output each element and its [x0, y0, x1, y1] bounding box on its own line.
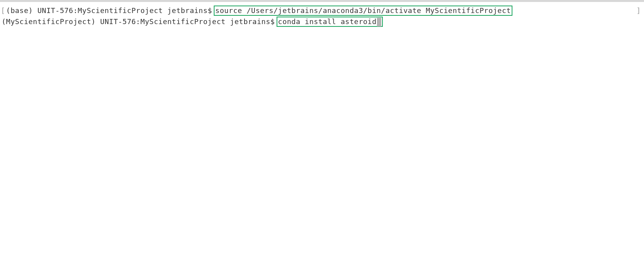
- shell-prompt: (base) UNIT-576:MyScientificProject jetb…: [6, 5, 212, 16]
- command-highlight-box: conda install asteroid: [277, 17, 383, 27]
- command-text: conda install asteroid: [278, 17, 377, 26]
- cursor-icon: [377, 18, 381, 26]
- terminal-line-2: (MyScientificProject) UNIT-576:MyScienti…: [0, 16, 644, 27]
- terminal-line-1: [ (base) UNIT-576:MyScientificProject je…: [0, 5, 644, 16]
- shell-prompt: (MyScientificProject) UNIT-576:MyScienti…: [2, 16, 275, 27]
- terminal-output[interactable]: [ (base) UNIT-576:MyScientificProject je…: [0, 2, 644, 27]
- close-bracket: ]: [636, 5, 644, 16]
- command-text: source /Users/jetbrains/anaconda3/bin/ac…: [215, 6, 511, 15]
- open-bracket: [: [0, 5, 6, 16]
- command-highlight-box: source /Users/jetbrains/anaconda3/bin/ac…: [214, 6, 512, 16]
